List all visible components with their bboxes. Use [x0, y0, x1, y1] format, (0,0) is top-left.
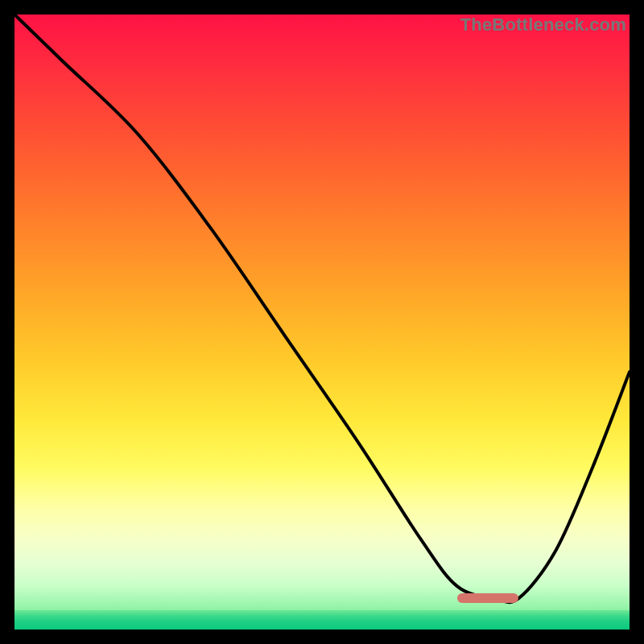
baseline-band	[14, 610, 630, 630]
chart-frame: TheBottleneck.com	[0, 0, 644, 644]
heat-gradient	[14, 14, 630, 610]
trough-marker	[457, 593, 518, 603]
plot-area: TheBottleneck.com	[14, 14, 630, 630]
